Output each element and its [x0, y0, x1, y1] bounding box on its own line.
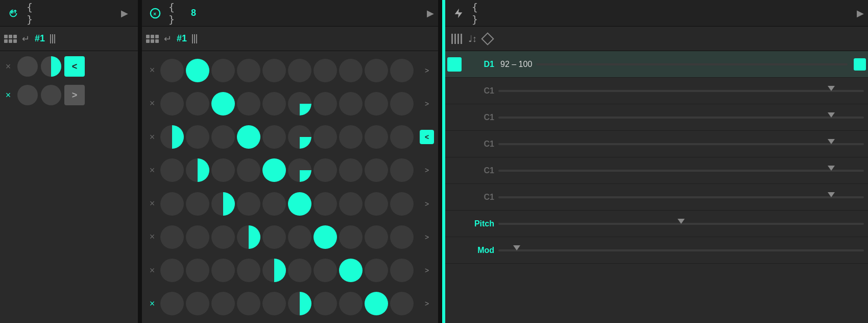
cell-3-8[interactable] [339, 125, 363, 149]
cell-6-10[interactable] [390, 225, 414, 249]
braces-icon-3[interactable]: { } [472, 4, 490, 22]
channel-slider-mod[interactable] [498, 237, 864, 263]
nav-btn-2[interactable]: > [64, 85, 85, 105]
cell-1-4[interactable] [237, 59, 260, 82]
row-nav-1[interactable]: > [420, 63, 434, 78]
cell-2-10[interactable] [390, 92, 414, 116]
cell-8-5[interactable] [262, 292, 286, 315]
x-grid-1[interactable]: × [146, 65, 158, 76]
cell-1-1[interactable] [160, 59, 184, 82]
play-icon-1[interactable]: ▶ [115, 4, 134, 22]
row-nav-8[interactable]: > [420, 296, 434, 311]
cell-3-9[interactable] [365, 125, 388, 149]
half-circle-1[interactable] [41, 56, 61, 77]
cell-1-3[interactable] [211, 59, 235, 82]
channel-slider-d1[interactable] [536, 51, 848, 77]
slider-thumb-c1-5[interactable] [828, 166, 835, 171]
lightning-icon[interactable] [449, 4, 468, 22]
cell-5-5[interactable] [262, 192, 286, 216]
x-grid-6[interactable]: × [146, 232, 158, 242]
slider-thumb-c1-4[interactable] [828, 139, 835, 144]
cell-6-4[interactable] [237, 225, 260, 249]
cell-4-8[interactable] [339, 158, 363, 182]
channel-row-c1-6[interactable]: C1 [445, 184, 868, 211]
cell-4-6[interactable] [288, 158, 311, 182]
channel-row-c1-2[interactable]: C1 [445, 78, 868, 104]
slider-thumb-c1-3[interactable] [828, 112, 835, 118]
channel-slider-c1-2[interactable] [498, 78, 864, 104]
resize-icon-1[interactable] [50, 34, 55, 43]
cell-2-8[interactable] [339, 92, 363, 116]
play-icon-3[interactable]: ▶ [857, 8, 864, 19]
cell-5-7[interactable] [314, 192, 337, 216]
cell-5-8[interactable] [339, 192, 363, 216]
loop-icon-2[interactable]: × [146, 4, 164, 22]
cell-6-8[interactable] [339, 225, 363, 249]
cell-1-10[interactable] [390, 59, 414, 82]
note-sort-icon[interactable]: ♩↕ [468, 33, 477, 44]
cell-5-3[interactable] [211, 192, 235, 216]
channel-row-d1[interactable]: D1 92 – 100 [445, 51, 868, 78]
cell-5-9[interactable] [365, 192, 388, 216]
cell-2-9[interactable] [365, 92, 388, 116]
channel-row-c1-5[interactable]: C1 [445, 157, 868, 184]
diamond-icon[interactable] [481, 32, 494, 45]
channel-row-mod[interactable]: Mod [445, 237, 868, 264]
cell-8-1[interactable] [160, 292, 184, 315]
cell-1-8[interactable] [339, 59, 363, 82]
cell-7-1[interactable] [160, 259, 184, 282]
channel-slider-c1-6[interactable] [498, 184, 864, 210]
cell-2-2[interactable] [186, 92, 209, 116]
cell-4-7[interactable] [314, 158, 337, 182]
cell-4-5[interactable] [262, 158, 286, 182]
cell-6-9[interactable] [365, 225, 388, 249]
play-icon-2[interactable]: ▶ [427, 8, 434, 19]
channel-slider-c1-3[interactable] [498, 104, 864, 130]
slider-thumb-pitch[interactable] [678, 219, 685, 224]
resize-icon-2[interactable] [192, 34, 197, 43]
cell-5-1[interactable] [160, 192, 184, 216]
cell-1-2[interactable] [186, 59, 209, 82]
x-grid-4[interactable]: × [146, 165, 158, 176]
cell-7-2[interactable] [186, 259, 209, 282]
x-grid-3[interactable]: × [146, 132, 158, 143]
cell-8-6[interactable] [288, 292, 311, 315]
cell-6-6[interactable] [288, 225, 311, 249]
cell-8-3[interactable] [211, 292, 235, 315]
x-btn-1-2[interactable]: × [2, 90, 14, 101]
row-nav-5[interactable]: > [420, 197, 434, 211]
cell-3-1[interactable] [160, 125, 184, 149]
cell-3-4[interactable] [237, 125, 260, 149]
row-nav-4[interactable]: > [420, 163, 434, 177]
cell-8-8[interactable] [339, 292, 363, 315]
slider-thumb-mod[interactable] [513, 245, 520, 250]
grid-icon-2[interactable] [146, 35, 159, 43]
cell-3-5[interactable] [262, 125, 286, 149]
loop-icon-1[interactable]: × [4, 4, 22, 22]
cell-7-5[interactable] [262, 259, 286, 282]
cell-4-4[interactable] [237, 158, 260, 182]
row-nav-2[interactable]: > [420, 97, 434, 111]
row-nav-6[interactable]: > [420, 230, 434, 244]
channel-slider-c1-5[interactable] [498, 157, 864, 183]
cell-5-10[interactable] [390, 192, 414, 216]
cell-2-6[interactable] [288, 92, 311, 116]
cell-7-9[interactable] [365, 259, 388, 282]
cell-8-2[interactable] [186, 292, 209, 315]
cell-5-4[interactable] [237, 192, 260, 216]
cell-3-10[interactable] [390, 125, 414, 149]
x-grid-2[interactable]: × [146, 98, 158, 109]
row-nav-7[interactable]: > [420, 263, 434, 278]
cell-8-9[interactable] [365, 292, 388, 315]
cell-3-3[interactable] [211, 125, 235, 149]
cell-6-3[interactable] [211, 225, 235, 249]
circle-1-3[interactable] [41, 85, 61, 105]
cell-3-2[interactable] [186, 125, 209, 149]
x-grid-5[interactable]: × [146, 198, 158, 209]
cell-6-2[interactable] [186, 225, 209, 249]
cell-2-4[interactable] [237, 92, 260, 116]
channel-row-pitch[interactable]: Pitch [445, 211, 868, 237]
cell-2-1[interactable] [160, 92, 184, 116]
cell-4-1[interactable] [160, 158, 184, 182]
cell-3-7[interactable] [314, 125, 337, 149]
